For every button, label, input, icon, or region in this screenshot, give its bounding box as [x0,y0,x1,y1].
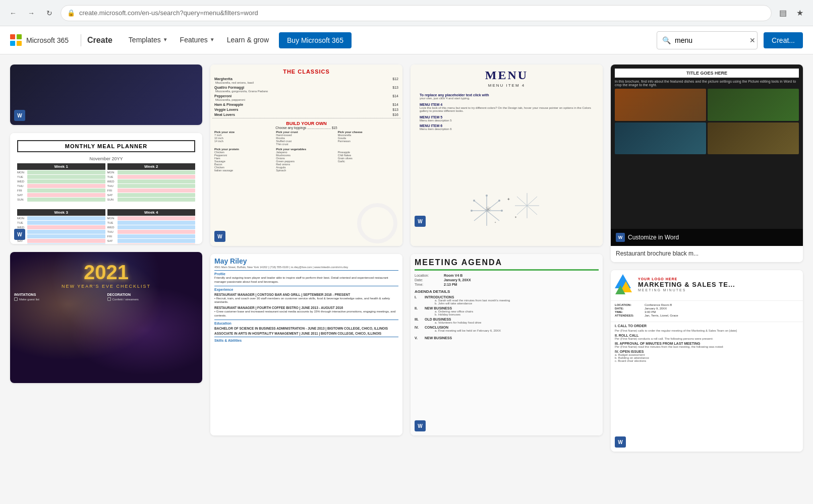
svg-text:✦: ✦ [507,197,510,202]
word-badge-dark-top: W [14,110,25,121]
time-label: Time: [415,283,440,286]
deco-menu-subtitle: MENU ITEM 4 [488,83,526,88]
main-content: W MONTHLY MEAL PLANNER November 20YY Wee… [0,54,813,462]
svg-line-19 [517,206,527,215]
refresh-button[interactable]: ↻ [42,6,56,20]
learn-grow-nav[interactable]: Learn & grow [221,26,275,54]
features-nav[interactable]: Features ▼ [174,26,221,54]
pizza-price-margherita: $12 [392,77,398,81]
pizza-price-veggie: $13 [392,108,398,111]
open-issues-title: IV. OPEN ISSUES [615,350,799,353]
create-header-button[interactable]: Creat... [764,32,803,48]
nye-year: 2021 [84,261,129,284]
location-label: Location: [415,274,440,277]
word-badge-pizza: W [214,231,225,242]
location-value: Room V4 B [444,274,462,277]
svg-point-10 [498,200,500,202]
marketing-sales-card[interactable]: YOUR LOGO HERE MARKETING & SALES TE... M… [611,270,803,452]
search-input[interactable] [675,36,745,44]
svg-point-9 [473,200,475,202]
resume-name: May Riley [214,257,398,265]
header-divider [81,34,81,46]
classics-title: THE CLASSICS [212,67,400,77]
svg-point-8 [486,195,488,197]
marketing-subtitle: MEETING MINUTES [638,288,735,292]
clear-search-icon[interactable]: ✕ [749,36,756,44]
marketing-location: Conference Room B [645,303,672,306]
nye-item-confetti: Confetti / streamers [112,298,139,301]
pizza-item-margherita: Margherita [214,77,233,81]
agenda-section-title: I. CALL TO ORDER [615,324,799,328]
back-button[interactable]: ← [6,6,20,20]
search-box[interactable]: 🔍 ✕ [657,31,758,49]
customize-overlay[interactable]: W Customize in Word [611,229,803,246]
deco-menu-title: MENU [485,69,528,82]
meal-planner-card[interactable]: MONTHLY MEAL PLANNER November 20YY Week … [10,133,202,244]
edu1-title: BACHELOR OF SCIENCE IN BUSINESS ADMINIST… [214,327,398,330]
marketing-title: MARKETING & SALES TE... [638,281,735,288]
buy-ms365-button[interactable]: Buy Microsoft 365 [279,32,352,48]
svg-text:✦: ✦ [514,216,517,219]
restaurant-brochure-label: Restaurant brochure black m... [616,250,699,257]
deco-item-5: MENU ITEM 5 [420,115,594,119]
word-badge-agenda: W [415,420,426,431]
week3-label: Week 3 [17,209,105,216]
agenda-item-1: INTRODUCTIONS [425,295,510,299]
resume-card[interactable]: May Riley 4561 Main Street, Buffalo, New… [210,254,402,435]
job2-title: RESTAURANT MANAGER | FOURTH COFFEE BISTR… [214,306,398,309]
agenda-item-4: CONCLUSION [425,326,501,329]
agenda-details-title: AGENDA DETAILS [415,289,599,294]
edu2-title: ASSOCIATE IN ARTS IN HOSPITALITY MANAGEM… [214,332,398,335]
profile-text: Friendly and outgoing team player and le… [214,276,398,284]
forward-button[interactable]: → [24,6,38,20]
deco-item-4: MENU ITEM 4 [420,103,594,106]
marketing-date: January 9, 20XX [645,307,667,310]
meeting-agenda-card[interactable]: MEETING AGENDA Location: Room V4 B Date:… [411,254,603,435]
job2-desc: • Grew customer base and increased resta… [214,310,398,318]
dark-partial-card[interactable]: W [10,65,202,125]
lock-icon: 🔒 [67,9,75,17]
template-grid: W MONTHLY MEAL PLANNER November 20YY Wee… [10,65,803,452]
url-text: create.microsoft.com/en-us/search?query=… [79,9,258,17]
address-bar[interactable]: 🔒 create.microsoft.com/en-us/search?quer… [61,5,772,21]
pizza-price-meat: $16 [392,113,398,116]
deco-item-1: To replace any placeholder text click wi… [420,93,594,97]
job1-title: RESTAURANT MANAGER | CONTOSO BAR AND GRI… [214,293,398,296]
pizza-item-ham: Ham & Pineapple [214,103,243,106]
experience-section-title: Experience [214,288,398,291]
svg-line-16 [527,197,537,206]
search-icon: 🔍 [662,36,671,44]
learn-grow-label: Learn & grow [227,36,269,44]
roll-call-title: II. ROLL CALL [615,334,799,337]
deco-menu-card[interactable]: MENU MENU ITEM 4 To replace any placehol… [411,65,603,246]
brochure-desc: In this brochure, find info about the fe… [615,80,799,87]
resume-contact: 4561 Main Street, Buffalo, New York 1420… [214,266,398,269]
extensions-button[interactable]: ▤ [776,6,790,20]
svg-text:✳: ✳ [485,205,491,214]
agenda-item-5: NEW BUSINESS [425,336,452,340]
templates-nav[interactable]: Templates ▼ [123,26,174,54]
features-chevron: ▼ [210,37,215,42]
pizza-price-pepperoni: $14 [392,94,398,98]
pizza-price-ham: $14 [392,103,398,106]
browser-chrome: ← → ↻ 🔒 create.microsoft.com/en-us/searc… [0,0,813,26]
browser-icons: ▤ ★ [776,6,807,20]
profile-section-title: Profile [214,272,398,276]
svg-point-12 [501,210,503,212]
nye-checklist-card[interactable]: 2021 NEW YEAR'S EVE CHECKLIST INVITATION… [10,252,202,383]
pizza-item-veggie: Veggie Lovers [214,108,238,111]
week2-label: Week 2 [107,163,196,170]
pizza-menu-card[interactable]: THE CLASSICS Margherita $12 Mozzarella, … [210,65,402,246]
brochure-card-label: Restaurant brochure black m... [611,246,803,262]
bookmark-button[interactable]: ★ [793,6,807,20]
brochure-title: TITLE GOES HERE [617,71,797,76]
customize-label: Customize in Word [628,234,679,241]
meal-planner-title: MONTHLY MEAL PLANNER [17,140,195,152]
word-badge-marketing: W [615,436,626,448]
marketing-attendees: Jan, Terris, Lionel, Grace [645,314,678,317]
restaurant-brochure-card[interactable]: TITLE GOES HERE In this brochure, find i… [611,65,803,262]
date-value: January 9, 20XX [444,278,471,282]
agenda-item-2: NEW BUSINESS [425,306,473,310]
meal-planner-month: November 20YY [13,156,199,161]
microsoft365-logo[interactable]: Microsoft 365 [10,34,69,46]
